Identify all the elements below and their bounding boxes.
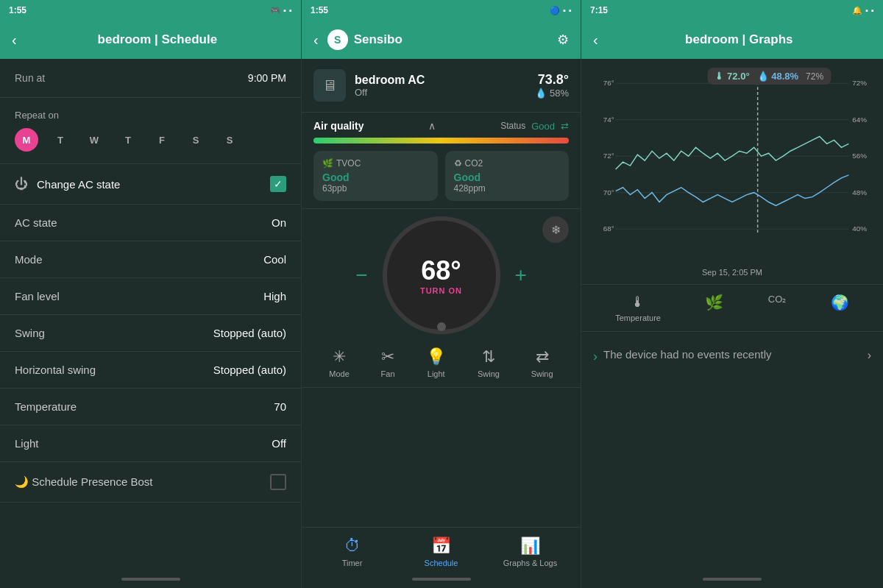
change-ac-checkbox[interactable]: ✓ [270, 176, 286, 192]
back-button-middle[interactable]: ‹ [313, 32, 319, 49]
power-icon: ⏻ [15, 177, 28, 192]
swing-value: Stopped (auto) [213, 327, 286, 339]
swing-h-control[interactable]: ⇄ Swing [531, 347, 553, 378]
tooltip-temp: 🌡 72.0° [714, 71, 749, 82]
status-bar-middle: 1:55 🔵 ▪ ▪ [302, 0, 581, 21]
day-monday[interactable]: M [15, 128, 38, 152]
co2-card: ♻ CO2 Good 428ppm [445, 151, 570, 201]
change-ac-row[interactable]: ⏻ Change AC state ✓ [0, 164, 301, 205]
light-control[interactable]: 💡 Light [426, 347, 446, 378]
nav-timer[interactable]: ⏱ Timer [308, 536, 397, 567]
aq-header: Air quality ∧ Status Good ⇄ [313, 120, 569, 132]
light-label: Light [15, 437, 39, 450]
no-events-section: › The device had no events recently › [581, 332, 883, 381]
day-friday[interactable]: F [150, 128, 174, 152]
device-header: 🖥 bedroom AC Off 73.8° 💧 58% [302, 59, 581, 113]
nav-timer-label: Timer [342, 559, 363, 567]
legend-tvoc[interactable]: 🌿 [705, 294, 723, 322]
repeat-section: Repeat on M T W T F S S [0, 98, 301, 164]
legend-global[interactable]: 🌍 [831, 294, 849, 322]
collapse-button[interactable]: › [868, 347, 871, 364]
tooltip-humid: 💧 48.8% [757, 71, 798, 82]
humidity-value: 💧 58% [535, 88, 569, 99]
change-ac-label: Change AC state [37, 178, 261, 191]
schedule-presence-row[interactable]: 🌙 Schedule Presence Bost [0, 462, 301, 503]
ambient-temp: 73.8° [535, 72, 569, 88]
home-bar-middle [412, 578, 471, 581]
status-bar-left: 1:55 🎮 ▪ ▪ [0, 0, 301, 21]
app-title: S Sensibo [327, 29, 548, 50]
legend-co2[interactable]: CO₂ [768, 294, 787, 322]
nav-graphs-label: Graphs & Logs [503, 559, 557, 567]
tooltip-percent: 72% [806, 71, 823, 82]
fan-control[interactable]: ✂ Fan [381, 347, 395, 378]
svg-text:48%: 48% [852, 188, 867, 196]
ac-state-row[interactable]: AC state On [0, 205, 301, 241]
graphs-content: 🌡 72.0° 💧 48.8% 72% 76° 74° 72° 70° 68° … [581, 59, 883, 573]
legend-temperature-label: Temperature [615, 314, 661, 322]
status-icons-middle: 🔵 ▪ ▪ [550, 6, 572, 15]
mode-control-label: Mode [329, 369, 350, 378]
page-title-left: bedroom | Schedule [26, 32, 289, 47]
thermostat-temp: 68° [421, 255, 461, 286]
mode-row[interactable]: Mode Cool [0, 241, 301, 278]
day-thursday[interactable]: T [116, 128, 140, 152]
temp-decrease-button[interactable]: − [341, 263, 382, 287]
day-saturday[interactable]: S [184, 128, 208, 152]
light-row[interactable]: Light Off [0, 425, 301, 462]
aq-chevron-icon[interactable]: ∧ [428, 120, 436, 132]
nav-schedule[interactable]: 📅 Schedule [397, 536, 486, 567]
aq-cards: 🌿 TVOC Good 63ppb ♻ CO2 Good 428ppm [313, 151, 569, 201]
status-label: Status [500, 121, 525, 131]
light-icon: 💡 [426, 347, 446, 366]
mode-icon: ✳ [333, 347, 346, 366]
temperature-row[interactable]: Temperature 70 [0, 389, 301, 425]
home-indicator-right [581, 573, 883, 588]
thermostat-indicator [437, 322, 446, 331]
thermostat-action: TURN ON [420, 286, 462, 295]
fan-level-row[interactable]: Fan level High [0, 278, 301, 315]
light-value: Off [272, 437, 286, 450]
settings-icon[interactable]: ⚙ [557, 32, 569, 48]
day-wednesday[interactable]: W [82, 128, 106, 152]
graph-container: 76° 74° 72° 70° 68° 72% 64% 56% 48% 40% [590, 74, 874, 265]
graph-section: 🌡 72.0° 💧 48.8% 72% 76° 74° 72° 70° 68° … [581, 59, 883, 285]
presence-checkbox[interactable] [270, 474, 286, 490]
horiz-swing-row[interactable]: Horizontal swing Stopped (auto) [0, 352, 301, 389]
schedule-panel: 1:55 🎮 ▪ ▪ ‹ bedroom | Schedule Run at 9… [0, 0, 302, 588]
swing-row[interactable]: Swing Stopped (auto) [0, 315, 301, 352]
graph-svg: 76° 74° 72° 70° 68° 72% 64% 56% 48% 40% [590, 74, 874, 265]
day-tuesday[interactable]: T [49, 128, 72, 152]
thermometer-icon: 🌡 [631, 294, 645, 311]
back-button-left[interactable]: ‹ [12, 32, 17, 49]
nav-graphs[interactable]: 📊 Graphs & Logs [486, 536, 575, 567]
back-button-right[interactable]: ‹ [593, 32, 598, 49]
graph-timestamp: Sep 15, 2:05 PM [590, 268, 874, 277]
temperature-label: Temperature [15, 400, 77, 413]
svg-text:56%: 56% [852, 152, 867, 160]
mode-control[interactable]: ✳ Mode [329, 347, 350, 378]
home-indicator-left [0, 573, 301, 588]
run-at-label: Run at [15, 72, 45, 84]
home-indicator-middle [302, 573, 581, 588]
thermostat-ring[interactable]: 68° TURN ON [383, 216, 500, 334]
run-at-value: 9:00 PM [248, 72, 286, 84]
tvoc-card: 🌿 TVOC Good 63ppb [313, 151, 438, 201]
schedule-content: Run at 9:00 PM Repeat on M T W T F S S ⏻… [0, 59, 301, 573]
graphs-icon: 📊 [520, 536, 540, 556]
mode-label: Mode [15, 253, 43, 266]
header-right: ‹ bedroom | Graphs [581, 21, 883, 59]
tvoc-title: 🌿 TVOC [322, 158, 429, 169]
device-icon: 🖥 [313, 69, 346, 102]
temp-increase-button[interactable]: + [500, 263, 542, 287]
legend-temperature[interactable]: 🌡 Temperature [615, 294, 661, 322]
time-middle: 1:55 [311, 5, 328, 15]
timer-icon: ⏱ [344, 536, 361, 556]
svg-text:72°: 72° [603, 152, 614, 160]
day-sunday[interactable]: S [218, 128, 241, 152]
fan-icon: ✂ [381, 347, 394, 366]
device-status: Off [355, 87, 526, 98]
swing-v-control[interactable]: ⇅ Swing [478, 347, 500, 378]
fan-mode-icon[interactable]: ❄ [542, 216, 569, 243]
swing-h-label: Swing [531, 369, 553, 378]
